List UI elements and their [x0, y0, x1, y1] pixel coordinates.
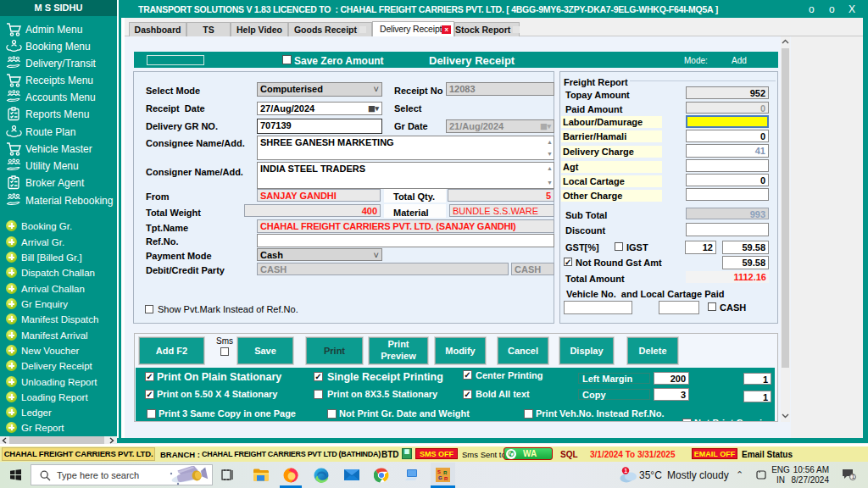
svg-text:R: R: [443, 470, 448, 475]
svg-text:1: 1: [852, 474, 855, 480]
svg-text:G: G: [438, 475, 442, 480]
svg-text:S: S: [437, 469, 441, 474]
svg-text:R: R: [444, 476, 448, 481]
svg-text:1: 1: [624, 468, 627, 474]
